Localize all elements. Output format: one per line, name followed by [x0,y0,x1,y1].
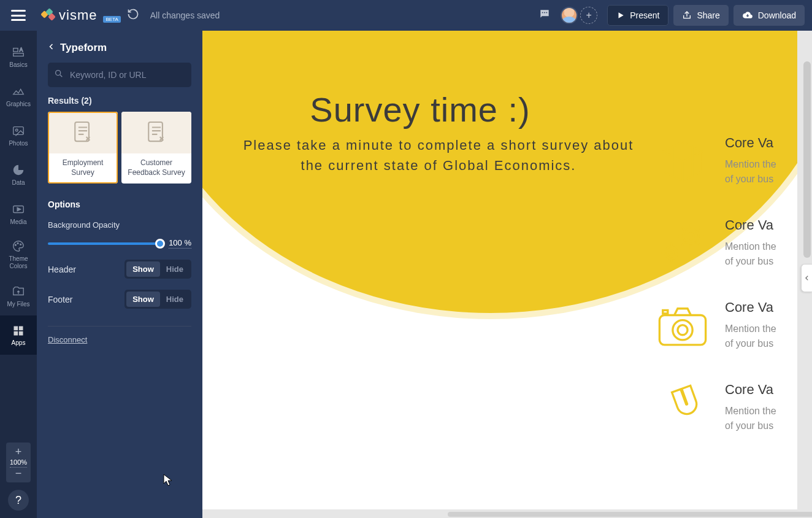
disconnect-link[interactable]: Disconnect [48,335,87,344]
svg-point-43 [665,247,678,259]
brand-text: visme [59,7,97,23]
svg-rect-16 [14,331,18,335]
zoom-in-button[interactable]: + [15,446,22,457]
rail-theme-colors[interactable]: Theme Colors [0,233,37,276]
graphics-icon [12,85,25,98]
cursor-icon [163,474,173,486]
rail-photos[interactable]: Photos [0,115,37,155]
header-show-button[interactable]: Show [126,261,160,277]
rail-basics[interactable]: A Basics [0,37,37,76]
svg-point-11 [15,244,17,245]
horizontal-scrollbar[interactable] [448,512,812,517]
core-item-1[interactable]: Core VaMention theof your bus [656,135,797,188]
comments-button[interactable] [538,8,551,23]
svg-rect-20 [75,122,89,141]
divider [48,326,191,327]
undo-button[interactable] [127,8,139,23]
svg-rect-4 [13,48,18,52]
right-flyout-toggle[interactable] [801,264,812,292]
rail-apps[interactable]: Apps [0,315,37,355]
basics-icon: A [12,45,25,59]
header-hide-button[interactable]: Hide [160,261,190,277]
svg-line-40 [697,242,699,245]
help-button[interactable]: ? [8,490,29,511]
svg-marker-10 [17,207,21,211]
zoom-value[interactable]: 100% [10,457,27,468]
form-icon [146,120,167,145]
svg-marker-3 [619,12,624,18]
svg-point-8 [15,129,18,131]
files-icon [12,285,25,298]
rail-my-files[interactable]: My Files [0,276,37,315]
logo[interactable]: visme BETA [42,7,121,23]
panel-back-button[interactable] [48,42,55,54]
zoom-out-button[interactable]: − [15,468,22,479]
rail-basics-label: Basics [9,61,27,68]
undo-icon [127,8,139,20]
options-heading: Options [48,199,191,209]
present-button[interactable]: Present [607,5,668,26]
present-label: Present [630,10,659,20]
svg-rect-0 [542,12,543,14]
svg-point-18 [56,71,61,75]
side-panel: Typeform Results (2) Employment Survey C… [37,31,202,518]
rail-data-label: Data [12,179,25,186]
core-item-2[interactable]: Core VaMention theof your bus [656,217,797,270]
gears-icon [656,219,709,268]
svg-line-19 [60,75,62,77]
left-rail: A Basics Graphics Photos Data Media Them… [0,31,37,518]
svg-point-12 [17,243,18,244]
design-canvas[interactable]: Survey time :) Please take a minute to c… [202,31,797,509]
result-card-customer-feedback[interactable]: Customer Feedback Survey [121,112,191,184]
svg-point-50 [673,320,692,340]
photos-icon [12,124,25,137]
survey-subtitle-text[interactable]: Please take a minute to complete a short… [239,135,638,176]
core-heading: Core Va [725,135,776,151]
camera-icon [656,303,709,349]
rail-media-label: Media [10,218,26,225]
share-button[interactable]: Share [673,5,728,26]
footer-label: Footer [48,295,72,304]
rail-data[interactable]: Data [0,155,37,194]
chevron-left-icon [48,42,55,51]
svg-point-13 [20,244,21,245]
rail-theme-label: Theme Colors [0,255,37,270]
svg-rect-24 [148,122,163,141]
apps-icon [12,325,25,337]
core-heading: Core Va [725,300,776,315]
panel-title: Typeform [60,42,107,54]
vertical-scrollbar[interactable] [803,61,811,258]
play-icon [616,11,625,20]
svg-line-42 [683,242,685,245]
footer-show-button[interactable]: Show [126,292,160,307]
header-label: Header [48,265,76,274]
bg-opacity-slider[interactable] [48,242,164,245]
rail-graphics[interactable]: Graphics [0,76,37,115]
media-icon [12,203,25,216]
rail-media[interactable]: Media [0,194,37,233]
footer-hide-button[interactable]: Hide [160,292,190,307]
bg-opacity-value[interactable]: 100 % [169,238,191,249]
footer-toggle: Show Hide [124,290,191,309]
svg-rect-17 [19,331,23,335]
slider-thumb[interactable] [155,239,165,249]
card-thumb [48,112,118,153]
survey-title-text[interactable]: Survey time :) [202,90,638,130]
download-label: Download [758,10,796,20]
search-icon [54,69,64,81]
svg-line-41 [697,228,699,230]
topbar: visme BETA All changes saved + Present S… [0,0,812,31]
user-avatar[interactable] [561,7,578,24]
result-card-employment-survey[interactable]: Employment Survey [48,112,118,184]
add-collaborator-button[interactable]: + [580,7,597,24]
canvas-area: Survey time :) Please take a minute to c… [202,31,812,518]
chevron-left-icon [804,274,810,282]
svg-rect-2 [546,12,548,14]
search-field [48,63,191,87]
core-item-4[interactable]: Core VaMention theof your bus [656,382,797,435]
search-input[interactable] [48,63,191,87]
download-button[interactable]: Download [733,5,805,26]
core-item-3[interactable]: Core VaMention theof your bus [656,300,797,352]
svg-rect-6 [13,53,24,56]
menu-button[interactable] [0,10,37,21]
